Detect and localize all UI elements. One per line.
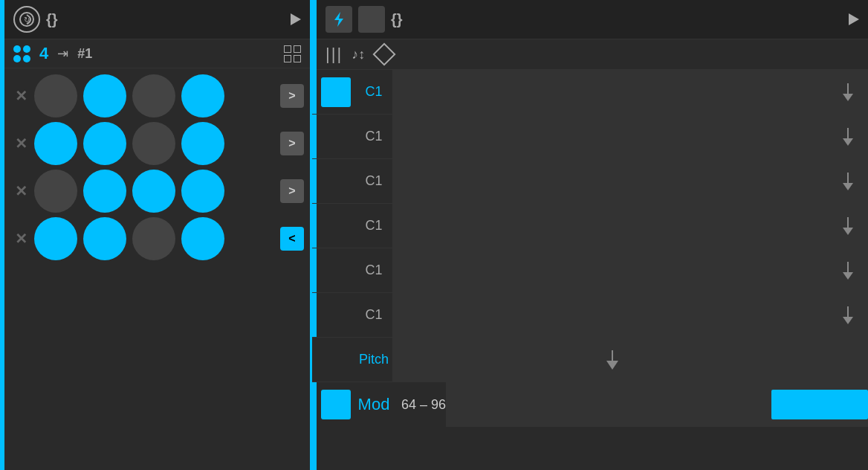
row-3-track[interactable]: [392, 159, 868, 203]
row-1-label: C1: [355, 84, 392, 100]
row-arrow-2[interactable]: >: [280, 132, 304, 155]
right-braces-icon[interactable]: {}: [391, 11, 403, 28]
cell-4-4[interactable]: [181, 217, 224, 260]
mod-label: Mod: [355, 395, 392, 414]
row-5-accent: [312, 248, 317, 292]
mod-fill: [771, 390, 868, 419]
grid-row-3: ✕ >: [13, 170, 304, 213]
note-row-2: C1: [312, 115, 868, 159]
note-rows: C1 C1 C1: [312, 70, 868, 470]
mod-color-box[interactable]: [321, 390, 351, 419]
row-1-accent: [312, 70, 317, 114]
pitch-row: Pitch: [312, 338, 868, 382]
row-3-slider: [843, 173, 853, 190]
row-x-4[interactable]: ✕: [13, 230, 28, 248]
cell-4-2[interactable]: [83, 217, 126, 260]
row-6-track[interactable]: [392, 293, 868, 337]
left-toolbar: 4 ⇥ #1: [0, 39, 310, 68]
mod-row: Mod 64 – 96: [312, 382, 868, 427]
left-braces-icon[interactable]: {}: [46, 11, 58, 28]
cell-1-3[interactable]: [132, 74, 175, 118]
left-panel: ↻ {} 4 ⇥ #1 ✕ >: [0, 0, 312, 470]
beat-count[interactable]: 4: [39, 44, 48, 63]
row-2-slider: [843, 128, 853, 146]
row-4-track[interactable]: [392, 204, 868, 248]
cell-1-4[interactable]: [181, 74, 224, 118]
pitch-color-box[interactable]: [321, 345, 351, 375]
row-4-label: C1: [355, 218, 392, 234]
cell-2-1[interactable]: [34, 122, 77, 165]
loop-icon[interactable]: ↻: [13, 6, 40, 33]
row-1-color-box[interactable]: [321, 77, 351, 107]
row-4-color-box[interactable]: [321, 211, 351, 241]
mod-accent: [312, 382, 317, 427]
mod-range: 64 – 96: [401, 397, 446, 413]
right-toggle-button[interactable]: [358, 6, 385, 33]
row-6-slider: [843, 306, 853, 324]
grid-cells-2: [34, 122, 274, 165]
cell-4-3[interactable]: [132, 217, 175, 260]
row-x-3[interactable]: ✕: [13, 182, 28, 200]
lightning-icon[interactable]: [326, 6, 352, 33]
pattern-label[interactable]: #1: [77, 46, 92, 62]
right-toolbar: ||| ♪↕: [312, 39, 868, 70]
cell-1-2[interactable]: [83, 74, 126, 118]
row-1-slider: [843, 83, 853, 101]
grid-cells-3: [34, 170, 274, 213]
dots-icon[interactable]: [13, 45, 30, 62]
grid-cells-1: [34, 74, 274, 118]
cell-4-1[interactable]: [34, 217, 77, 260]
row-arrow-3[interactable]: >: [280, 179, 304, 203]
pitch-slider: [606, 350, 618, 370]
row-arrow-4[interactable]: <: [280, 227, 304, 251]
cell-3-4[interactable]: [181, 170, 224, 213]
diamond-icon[interactable]: [374, 44, 395, 65]
row-4-slider: [843, 217, 853, 235]
row-5-slider: [843, 262, 853, 280]
grid-cells-4: [34, 217, 274, 260]
row-5-track[interactable]: [392, 248, 868, 292]
row-5-label: C1: [355, 263, 392, 278]
grid-row-1: ✕ >: [13, 74, 304, 118]
note-row-6: C1: [312, 293, 868, 338]
row-1-track[interactable]: [392, 70, 868, 114]
row-2-track[interactable]: [392, 115, 868, 158]
expand-icon[interactable]: [284, 45, 301, 62]
right-play-button[interactable]: [849, 13, 859, 25]
row-3-label: C1: [355, 173, 392, 189]
cell-2-3[interactable]: [132, 122, 175, 165]
left-play-button[interactable]: [291, 13, 301, 25]
row-6-label: C1: [355, 307, 392, 323]
row-5-color-box[interactable]: [321, 256, 351, 286]
right-header: {}: [312, 0, 868, 39]
cell-2-2[interactable]: [83, 122, 126, 165]
cell-3-3[interactable]: [132, 170, 175, 213]
cell-2-4[interactable]: [181, 122, 224, 165]
grid-row-4: ✕ <: [13, 217, 304, 260]
pitch-track[interactable]: [392, 338, 868, 382]
cell-3-2[interactable]: [83, 170, 126, 213]
cell-3-1[interactable]: [34, 170, 77, 213]
note-pitch-icon[interactable]: ♪↕: [352, 47, 365, 62]
grid-area: ✕ > ✕ > ✕: [0, 68, 310, 470]
note-row-3: C1: [312, 159, 868, 204]
row-x-1[interactable]: ✕: [13, 87, 28, 105]
svg-marker-2: [334, 12, 343, 27]
row-6-color-box[interactable]: [321, 300, 351, 330]
row-x-2[interactable]: ✕: [13, 135, 28, 152]
pitch-accent: [312, 338, 317, 382]
row-2-color-box[interactable]: [321, 122, 351, 152]
mod-track[interactable]: [446, 382, 868, 427]
bars-icon[interactable]: |||: [326, 45, 343, 64]
row-6-accent: [312, 293, 317, 337]
note-row-4: C1: [312, 204, 868, 248]
row-3-color-box[interactable]: [321, 167, 351, 196]
pitch-label: Pitch: [355, 352, 392, 367]
row-2-label: C1: [355, 129, 392, 144]
row-arrow-1[interactable]: >: [280, 84, 304, 108]
left-header: ↻ {}: [0, 0, 310, 39]
svg-text:↻: ↻: [24, 16, 30, 24]
import-icon[interactable]: ⇥: [57, 45, 68, 62]
row-3-accent: [312, 159, 317, 203]
cell-1-1[interactable]: [34, 74, 77, 118]
